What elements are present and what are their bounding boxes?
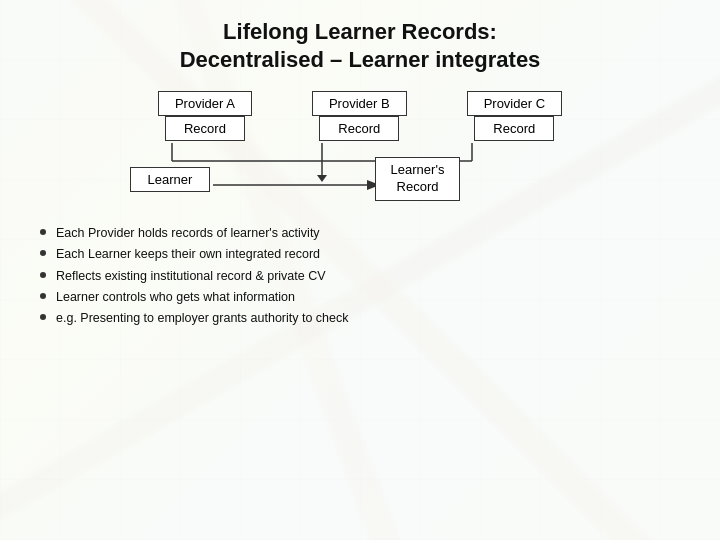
learner-box: Learner [130,167,210,192]
bullet-5: e.g. Presenting to employer grants autho… [40,310,690,326]
slide: Lifelong Learner Records: Decentralised … [0,0,720,540]
bullet-text-3: Reflects existing institutional record &… [56,268,326,284]
bullet-1: Each Provider holds records of learner's… [40,225,690,241]
providers-row: Provider A Record Provider B Record Prov… [158,91,562,141]
bullet-2: Each Learner keeps their own integrated … [40,246,690,262]
bullet-dot-2 [40,250,46,256]
bullet-text-2: Each Learner keeps their own integrated … [56,246,320,262]
learners-record-line2: Record [397,179,439,194]
record-a-box: Record [165,116,245,141]
bullet-text-1: Each Provider holds records of learner's… [56,225,320,241]
title-line1: Lifelong Learner Records: [30,18,690,46]
bullet-dot-5 [40,314,46,320]
bullet-3: Reflects existing institutional record &… [40,268,690,284]
bullet-dot-1 [40,229,46,235]
bullet-4: Learner controls who gets what informati… [40,289,690,305]
provider-c-box: Provider C [467,91,562,116]
provider-a-column: Provider A Record [158,91,252,141]
slide-title: Lifelong Learner Records: Decentralised … [30,18,690,73]
provider-b-box: Provider B [312,91,407,116]
provider-c-column: Provider C Record [467,91,562,141]
bullet-dot-3 [40,272,46,278]
provider-b-column: Provider B Record [312,91,407,141]
bullet-text-5: e.g. Presenting to employer grants autho… [56,310,349,326]
bullet-text-4: Learner controls who gets what informati… [56,289,295,305]
bullets-section: Each Provider holds records of learner's… [30,225,690,331]
record-c-box: Record [474,116,554,141]
lower-diagram: Learner Learner's Record [100,141,620,213]
provider-a-box: Provider A [158,91,252,116]
bullet-dot-4 [40,293,46,299]
title-line2: Decentralised – Learner integrates [30,46,690,74]
record-b-box: Record [319,116,399,141]
learners-record-box: Learner's Record [375,157,460,201]
learners-record-line1: Learner's [391,162,445,177]
diagram: Provider A Record Provider B Record Prov… [30,91,690,213]
svg-marker-5 [317,175,327,182]
